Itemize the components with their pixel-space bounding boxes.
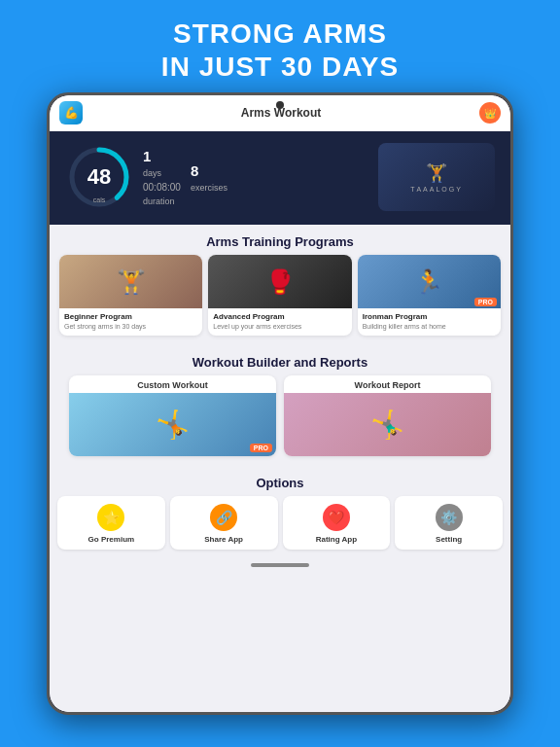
setting-label: Setting <box>436 535 462 544</box>
duration-label: duration <box>143 196 181 206</box>
stats-section: 48 cals 1 days 00:08:00 duration <box>50 131 510 225</box>
advanced-card-desc: Level up your arms exercises <box>213 323 346 331</box>
calorie-value: 48 <box>88 164 111 190</box>
beginner-card-desc: Get strong arms in 30 days <box>64 323 197 331</box>
builder-section: Workout Builder and Reports Custom Worko… <box>50 345 510 466</box>
beginner-card-info: Beginner Program Get strong arms in 30 d… <box>59 308 202 336</box>
app-icon-emoji: 💪 <box>64 106 79 120</box>
ironman-card-info: Ironman Program Building killer arms at … <box>358 308 501 336</box>
beginner-card-name: Beginner Program <box>64 312 197 322</box>
advanced-card-image: 🥊 <box>208 255 351 308</box>
exercises-label: exercises <box>191 183 228 193</box>
share-app-button[interactable]: 🔗 Share App <box>170 496 278 550</box>
stats-left: 48 cals 1 days 00:08:00 duration <box>65 143 228 211</box>
ironman-program-card[interactable]: 🏃 Ironman Program Building killer arms a… <box>358 255 501 336</box>
program-cards: 🏋️ Beginner Program Get strong arms in 3… <box>50 255 510 345</box>
advanced-program-card[interactable]: 🥊 Advanced Program Level up your arms ex… <box>208 255 351 336</box>
options-buttons: ⭐ Go Premium 🔗 Share App ❤️ Rating App ⚙… <box>50 496 510 550</box>
rating-label: Rating App <box>316 535 357 544</box>
calorie-label: cals <box>93 196 105 203</box>
share-label: Share App <box>204 535 243 544</box>
ironman-card-desc: Building killer arms at home <box>363 323 496 331</box>
builder-section-title: Workout Builder and Reports <box>50 345 510 375</box>
days-label: days <box>143 168 181 178</box>
app-scroll[interactable]: 48 cals 1 days 00:08:00 duration <box>50 131 510 712</box>
premium-label: Go Premium <box>88 535 135 544</box>
workout-report-card[interactable]: Workout Report 🤸‍♂️ <box>284 375 491 456</box>
go-premium-button[interactable]: ⭐ Go Premium <box>57 496 165 550</box>
thumbnail-placeholder: 🏋️ TАААLOGY <box>378 143 495 211</box>
beginner-program-card[interactable]: 🏋️ Beginner Program Get strong arms in 3… <box>59 255 202 336</box>
calorie-circle: 48 cals <box>65 143 133 211</box>
custom-workout-label: Custom Workout <box>69 375 276 393</box>
days-row: 1 <box>143 148 181 164</box>
advanced-card-name: Advanced Program <box>213 312 346 322</box>
rating-icon: ❤️ <box>323 504 350 531</box>
rating-app-button[interactable]: ❤️ Rating App <box>283 496 391 550</box>
device-inner: 💪 Arms Workout 👑 48 cals <box>50 95 510 712</box>
builder-cards: Custom Workout 🤸 PRO Workout Report 🤸‍♂️ <box>50 375 510 456</box>
ironman-card-name: Ironman Program <box>363 312 496 322</box>
beginner-card-image: 🏋️ <box>59 255 202 308</box>
stats-text: 1 days 00:08:00 duration <box>143 148 181 206</box>
options-section-title: Options <box>50 466 510 496</box>
camera-dot <box>276 101 284 109</box>
workout-report-image: 🤸‍♂️ <box>284 393 491 456</box>
setting-icon: ⚙️ <box>436 504 463 531</box>
ironman-pro-badge: PRO <box>474 298 497 306</box>
custom-pro-badge: PRO <box>250 444 272 452</box>
home-bar <box>251 563 309 567</box>
options-section: Options ⭐ Go Premium 🔗 Share App ❤️ Rati… <box>50 466 510 557</box>
days-value: 1 <box>143 148 151 164</box>
setting-button[interactable]: ⚙️ Setting <box>395 496 503 550</box>
exercises-text: 8 exercises <box>191 162 228 193</box>
programs-section-title: Arms Training Programs <box>50 225 510 255</box>
app-icon: 💪 <box>59 101 83 124</box>
workout-thumbnail: 🏋️ TАААLOGY <box>378 143 495 211</box>
home-indicator <box>50 557 510 573</box>
hero-heading: STRONG ARMS IN JUST 30 DAYS <box>142 0 418 92</box>
device-frame: 💪 Arms Workout 👑 48 cals <box>47 92 513 715</box>
crown-icon[interactable]: 👑 <box>479 102 501 124</box>
custom-workout-card[interactable]: Custom Workout 🤸 PRO <box>69 375 276 456</box>
exercises-value: 8 <box>191 162 228 179</box>
advanced-card-info: Advanced Program Level up your arms exer… <box>208 308 351 336</box>
share-icon: 🔗 <box>210 504 237 531</box>
duration-value: 00:08:00 <box>143 182 181 193</box>
workout-report-label: Workout Report <box>284 375 491 393</box>
custom-workout-image: 🤸 <box>69 393 276 456</box>
premium-icon: ⭐ <box>97 504 124 531</box>
